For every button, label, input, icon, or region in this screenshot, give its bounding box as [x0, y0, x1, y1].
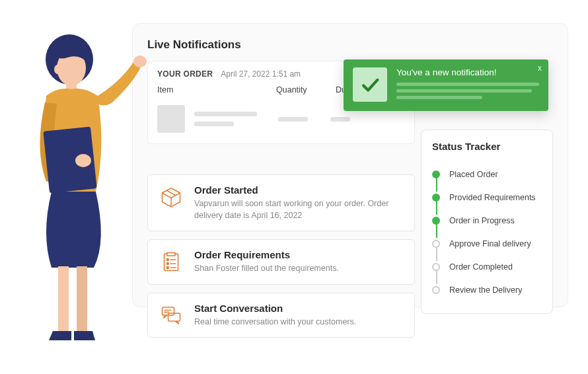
- clipboard-icon: [159, 249, 184, 274]
- step-dot-icon: [432, 170, 440, 178]
- step-dot-icon: [432, 286, 440, 294]
- header-quantity: Quantity: [276, 85, 336, 94]
- step-dot-icon: [432, 263, 440, 271]
- card-start-conversation[interactable]: Start Conversation Real time conversatio…: [147, 293, 415, 338]
- notification-toast[interactable]: You've a new notification! x: [344, 59, 548, 111]
- step-review-delivery: Review the Delivery: [432, 278, 542, 301]
- box-icon: [159, 184, 184, 209]
- svg-point-4: [133, 56, 147, 67]
- step-label: Order in Progress: [449, 216, 515, 225]
- svg-point-12: [166, 263, 168, 265]
- svg-rect-8: [77, 266, 87, 332]
- step-label: Approve Final delivery: [449, 239, 531, 248]
- close-icon[interactable]: x: [538, 63, 542, 73]
- step-label: Review the Delivery: [449, 285, 522, 295]
- card-order-started[interactable]: Order Started Vapvarun will soon start w…: [147, 174, 415, 231]
- placeholder-qty: [278, 117, 308, 122]
- notification-cards: Order Started Vapvarun will soon start w…: [147, 174, 415, 338]
- step-order-in-progress: Order in Progress: [432, 209, 542, 232]
- presenter-illustration: [20, 30, 152, 360]
- step-dot-icon: [432, 240, 440, 248]
- panel-title: Live Notifications: [147, 38, 553, 52]
- step-dot-icon: [432, 194, 440, 202]
- check-icon: [353, 67, 387, 102]
- step-label: Placed Order: [449, 170, 498, 179]
- toast-title: You've a new notification!: [396, 67, 539, 77]
- step-approve-delivery: Approve Final delivery: [432, 232, 542, 255]
- toast-body: You've a new notification!: [396, 67, 539, 102]
- order-label: YOUR ORDER: [157, 69, 213, 79]
- card-desc: Vapvarun will soon start working on your…: [194, 198, 404, 221]
- step-placed-order: Placed Order: [432, 163, 542, 186]
- svg-point-6: [75, 154, 91, 167]
- card-desc: Shan Foster filled out the requirements.: [194, 263, 339, 275]
- step-label: Order Completed: [449, 262, 513, 272]
- card-desc: Real time conversation with your custome…: [194, 317, 356, 328]
- step-dot-icon: [432, 217, 440, 225]
- tracker-steps: Placed Order Provided Requirements Order…: [432, 163, 542, 301]
- toast-placeholder-lines: [396, 83, 539, 99]
- card-title: Start Conversation: [194, 303, 356, 314]
- placeholder-image: [157, 105, 185, 133]
- step-label: Provided Requirements: [449, 193, 536, 202]
- placeholder-title-lines: [194, 112, 257, 126]
- placeholder-duration: [330, 117, 350, 122]
- header-item: Item: [157, 85, 276, 94]
- step-order-completed: Order Completed: [432, 255, 542, 278]
- card-title: Order Started: [194, 184, 404, 196]
- svg-rect-7: [58, 266, 69, 332]
- status-tracker: Status Tracker Placed Order Provided Req…: [421, 130, 553, 314]
- svg-point-14: [166, 267, 168, 269]
- order-date: April 27, 2022 1:51 am: [221, 69, 301, 79]
- card-title: Order Requirements: [194, 249, 339, 260]
- chat-icon: [159, 303, 184, 328]
- card-order-requirements[interactable]: Order Requirements Shan Foster filled ou…: [147, 239, 415, 285]
- svg-point-10: [166, 259, 168, 261]
- svg-point-2: [54, 65, 61, 74]
- step-provided-requirements: Provided Requirements: [432, 186, 542, 209]
- tracker-title: Status Tracker: [432, 141, 542, 152]
